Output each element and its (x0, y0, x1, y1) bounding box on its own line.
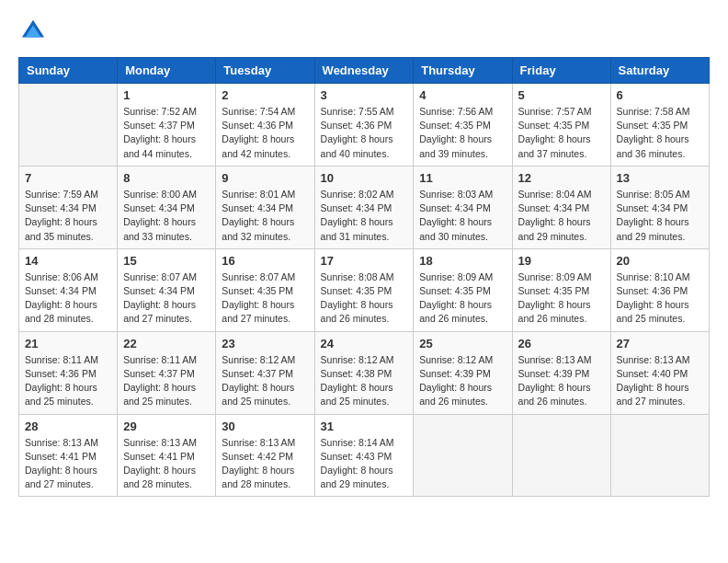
day-info: Sunrise: 7:52 AM Sunset: 4:37 PM Dayligh… (123, 105, 210, 161)
day-info: Sunrise: 8:11 AM Sunset: 4:36 PM Dayligh… (25, 353, 111, 409)
calendar-cell: 31 Sunrise: 8:14 AM Sunset: 4:43 PM Dayl… (314, 414, 414, 497)
calendar-cell: 7 Sunrise: 7:59 AM Sunset: 4:34 PM Dayli… (19, 166, 118, 248)
weekday-friday: Friday (512, 58, 610, 84)
day-info: Sunrise: 8:05 AM Sunset: 4:34 PM Dayligh… (617, 188, 703, 244)
calendar-cell: 11 Sunrise: 8:03 AM Sunset: 4:34 PM Dayl… (414, 166, 512, 248)
calendar-cell: 9 Sunrise: 8:01 AM Sunset: 4:34 PM Dayli… (216, 166, 314, 248)
day-number: 8 (123, 171, 210, 185)
week-row-3: 14 Sunrise: 8:06 AM Sunset: 4:34 PM Dayl… (19, 248, 710, 331)
calendar-cell: 4 Sunrise: 7:56 AM Sunset: 4:35 PM Dayli… (414, 84, 512, 167)
day-info: Sunrise: 8:14 AM Sunset: 4:43 PM Dayligh… (321, 436, 408, 492)
day-number: 24 (321, 337, 408, 350)
day-info: Sunrise: 8:11 AM Sunset: 4:37 PM Dayligh… (123, 353, 210, 409)
calendar-cell: 22 Sunrise: 8:11 AM Sunset: 4:37 PM Dayl… (118, 331, 216, 414)
day-info: Sunrise: 8:01 AM Sunset: 4:34 PM Dayligh… (222, 188, 308, 244)
day-number: 18 (419, 254, 506, 268)
day-number: 22 (123, 337, 210, 350)
calendar-cell: 23 Sunrise: 8:12 AM Sunset: 4:37 PM Dayl… (216, 331, 314, 414)
logo (18, 18, 48, 48)
calendar-cell (512, 414, 610, 497)
day-info: Sunrise: 8:04 AM Sunset: 4:34 PM Dayligh… (518, 188, 605, 244)
day-number: 21 (25, 337, 111, 350)
day-number: 15 (123, 254, 210, 268)
day-number: 7 (25, 171, 111, 185)
calendar-cell: 20 Sunrise: 8:10 AM Sunset: 4:36 PM Dayl… (610, 248, 709, 331)
calendar-cell: 15 Sunrise: 8:07 AM Sunset: 4:34 PM Dayl… (118, 248, 216, 331)
day-info: Sunrise: 8:09 AM Sunset: 4:35 PM Dayligh… (518, 270, 605, 327)
day-number: 25 (419, 337, 506, 350)
calendar-cell: 19 Sunrise: 8:09 AM Sunset: 4:35 PM Dayl… (512, 248, 610, 331)
week-row-1: 1 Sunrise: 7:52 AM Sunset: 4:37 PM Dayli… (19, 84, 710, 167)
day-info: Sunrise: 8:00 AM Sunset: 4:34 PM Dayligh… (123, 188, 210, 244)
week-row-4: 21 Sunrise: 8:11 AM Sunset: 4:36 PM Dayl… (19, 331, 710, 414)
day-info: Sunrise: 8:12 AM Sunset: 4:38 PM Dayligh… (321, 353, 408, 409)
weekday-header-row: SundayMondayTuesdayWednesdayThursdayFrid… (19, 58, 710, 84)
day-number: 2 (222, 88, 308, 102)
calendar-cell: 6 Sunrise: 7:58 AM Sunset: 4:35 PM Dayli… (610, 84, 709, 167)
day-number: 26 (518, 337, 605, 350)
day-info: Sunrise: 8:13 AM Sunset: 4:41 PM Dayligh… (25, 436, 111, 492)
day-info: Sunrise: 8:12 AM Sunset: 4:39 PM Dayligh… (419, 353, 506, 409)
day-number: 9 (222, 171, 308, 185)
calendar-cell: 27 Sunrise: 8:13 AM Sunset: 4:40 PM Dayl… (610, 331, 709, 414)
day-number: 23 (222, 337, 308, 350)
weekday-saturday: Saturday (610, 58, 709, 84)
calendar-cell: 13 Sunrise: 8:05 AM Sunset: 4:34 PM Dayl… (610, 166, 709, 248)
day-info: Sunrise: 7:58 AM Sunset: 4:35 PM Dayligh… (617, 105, 703, 161)
day-number: 19 (518, 254, 605, 268)
calendar-cell (414, 414, 512, 497)
calendar-cell: 3 Sunrise: 7:55 AM Sunset: 4:36 PM Dayli… (314, 84, 414, 167)
day-info: Sunrise: 7:57 AM Sunset: 4:35 PM Dayligh… (518, 105, 605, 161)
page-header (18, 18, 710, 48)
day-info: Sunrise: 7:55 AM Sunset: 4:36 PM Dayligh… (321, 105, 408, 161)
calendar-cell: 17 Sunrise: 8:08 AM Sunset: 4:35 PM Dayl… (314, 248, 414, 331)
week-row-5: 28 Sunrise: 8:13 AM Sunset: 4:41 PM Dayl… (19, 414, 710, 497)
calendar-cell: 18 Sunrise: 8:09 AM Sunset: 4:35 PM Dayl… (414, 248, 512, 331)
day-info: Sunrise: 8:09 AM Sunset: 4:35 PM Dayligh… (419, 270, 506, 327)
calendar-cell: 21 Sunrise: 8:11 AM Sunset: 4:36 PM Dayl… (19, 331, 118, 414)
calendar-cell: 14 Sunrise: 8:06 AM Sunset: 4:34 PM Dayl… (19, 248, 118, 331)
calendar-table: SundayMondayTuesdayWednesdayThursdayFrid… (18, 57, 710, 497)
day-number: 30 (222, 419, 308, 433)
calendar-cell: 30 Sunrise: 8:13 AM Sunset: 4:42 PM Dayl… (216, 414, 314, 497)
calendar-cell: 28 Sunrise: 8:13 AM Sunset: 4:41 PM Dayl… (19, 414, 118, 497)
day-info: Sunrise: 8:07 AM Sunset: 4:34 PM Dayligh… (123, 270, 210, 327)
calendar-cell: 16 Sunrise: 8:07 AM Sunset: 4:35 PM Dayl… (216, 248, 314, 331)
day-number: 14 (25, 254, 111, 268)
day-number: 29 (123, 419, 210, 433)
calendar-cell: 29 Sunrise: 8:13 AM Sunset: 4:41 PM Dayl… (118, 414, 216, 497)
day-number: 11 (419, 171, 506, 185)
weekday-thursday: Thursday (414, 58, 512, 84)
day-info: Sunrise: 7:56 AM Sunset: 4:35 PM Dayligh… (419, 105, 506, 161)
calendar-cell: 1 Sunrise: 7:52 AM Sunset: 4:37 PM Dayli… (118, 84, 216, 167)
day-number: 6 (617, 88, 703, 102)
day-info: Sunrise: 8:02 AM Sunset: 4:34 PM Dayligh… (321, 188, 408, 244)
calendar-body: 1 Sunrise: 7:52 AM Sunset: 4:37 PM Dayli… (19, 84, 710, 497)
day-number: 3 (321, 88, 408, 102)
day-info: Sunrise: 8:13 AM Sunset: 4:40 PM Dayligh… (617, 353, 703, 409)
weekday-tuesday: Tuesday (216, 58, 314, 84)
calendar-cell: 24 Sunrise: 8:12 AM Sunset: 4:38 PM Dayl… (314, 331, 414, 414)
day-number: 20 (617, 254, 703, 268)
day-number: 10 (321, 171, 408, 185)
day-number: 5 (518, 88, 605, 102)
day-info: Sunrise: 8:06 AM Sunset: 4:34 PM Dayligh… (25, 270, 111, 327)
day-number: 4 (419, 88, 506, 102)
weekday-monday: Monday (118, 58, 216, 84)
calendar-cell (19, 84, 118, 167)
weekday-wednesday: Wednesday (314, 58, 414, 84)
day-info: Sunrise: 7:54 AM Sunset: 4:36 PM Dayligh… (222, 105, 308, 161)
calendar-cell (610, 414, 709, 497)
day-info: Sunrise: 8:07 AM Sunset: 4:35 PM Dayligh… (222, 270, 308, 327)
calendar-cell: 5 Sunrise: 7:57 AM Sunset: 4:35 PM Dayli… (512, 84, 610, 167)
day-number: 17 (321, 254, 408, 268)
day-info: Sunrise: 8:03 AM Sunset: 4:34 PM Dayligh… (419, 188, 506, 244)
calendar-cell: 2 Sunrise: 7:54 AM Sunset: 4:36 PM Dayli… (216, 84, 314, 167)
calendar-cell: 10 Sunrise: 8:02 AM Sunset: 4:34 PM Dayl… (314, 166, 414, 248)
day-info: Sunrise: 8:08 AM Sunset: 4:35 PM Dayligh… (321, 270, 408, 327)
day-number: 13 (617, 171, 703, 185)
day-info: Sunrise: 7:59 AM Sunset: 4:34 PM Dayligh… (25, 188, 111, 244)
day-number: 1 (123, 88, 210, 102)
day-info: Sunrise: 8:13 AM Sunset: 4:39 PM Dayligh… (518, 353, 605, 409)
calendar-cell: 25 Sunrise: 8:12 AM Sunset: 4:39 PM Dayl… (414, 331, 512, 414)
